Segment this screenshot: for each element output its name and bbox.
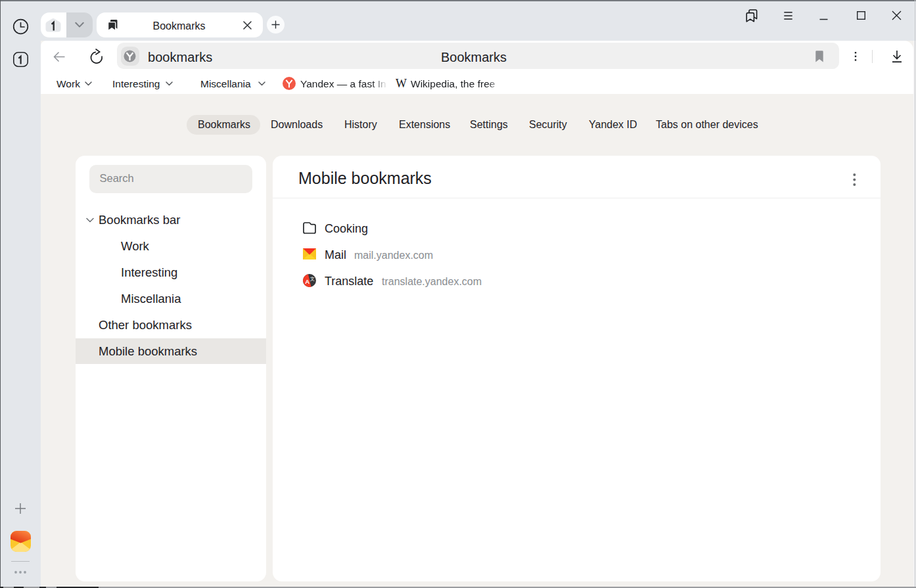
svg-text:文: 文 [310, 276, 315, 281]
svg-text:A: A [305, 278, 309, 285]
